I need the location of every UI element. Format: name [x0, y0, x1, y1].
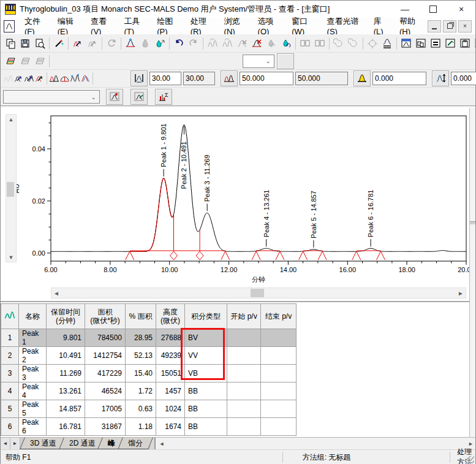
chart-vertical-scrollbar[interactable]: ▲ ▼ [6, 114, 17, 262]
window-report-icon[interactable] [458, 36, 472, 51]
menu-item-tools[interactable]: 工具(T) [118, 18, 151, 34]
table-cell[interactable]: 17005 [85, 400, 126, 418]
table-cell[interactable]: 1.72 [126, 382, 156, 400]
table-cell[interactable]: 46524 [85, 382, 126, 400]
table-cell[interactable]: Peak 6 [19, 418, 47, 436]
min-area-button[interactable] [353, 70, 371, 86]
table-cell[interactable] [227, 418, 261, 436]
table-row[interactable]: 1Peak 19.80178450028.9527688BV [1, 329, 297, 347]
window-copy-icon[interactable] [414, 36, 428, 51]
table-cell[interactable]: BB [185, 418, 227, 436]
table-cell[interactable] [261, 347, 297, 365]
stack-channels-icon[interactable] [3, 54, 18, 69]
copy-report-icon[interactable] [3, 36, 18, 51]
column-header[interactable]: 开始 p/v [227, 304, 261, 329]
mdi-close-icon[interactable]: × [458, 20, 472, 32]
menu-item-view[interactable]: 查看(V) [85, 18, 118, 34]
table-cell[interactable] [261, 418, 297, 436]
menu-item-window[interactable]: 窗口(W) [286, 18, 321, 34]
integrate-icon[interactable] [123, 36, 138, 51]
table-cell[interactable] [227, 382, 261, 400]
annotate-peaks-icon[interactable] [70, 36, 85, 51]
table-cell[interactable]: 1 [1, 329, 19, 347]
column-header[interactable]: 保留时间 (分钟) [47, 304, 85, 329]
table-row[interactable]: 2Peak 210.491141275452.1349239VV [1, 347, 297, 365]
peak-hump-tool-icon[interactable] [59, 72, 70, 85]
window-sign-icon[interactable] [443, 36, 458, 51]
manual-integration-wand-icon[interactable] [51, 36, 66, 51]
menu-item-plot[interactable]: 绘图(P) [151, 18, 184, 34]
min-height-input[interactable] [451, 72, 476, 85]
menu-item-edit[interactable]: 编辑(E) [52, 18, 85, 34]
scroll-up-icon[interactable]: ▲ [6, 115, 16, 124]
table-cell[interactable] [227, 400, 261, 418]
table-cell[interactable] [261, 400, 297, 418]
table-cell[interactable]: 11.269 [47, 365, 85, 382]
scroll-right-icon[interactable]: ► [456, 288, 466, 298]
undo-icon[interactable] [172, 36, 186, 51]
scroll-left-icon[interactable]: ◄ [157, 438, 166, 449]
threshold-input[interactable] [240, 72, 293, 85]
table-cell[interactable]: 52.13 [126, 347, 156, 365]
table-cell[interactable] [261, 365, 297, 382]
table-cell[interactable] [227, 365, 261, 382]
child-window-icon[interactable] [4, 20, 15, 32]
peak-red-arrow-icon[interactable] [34, 72, 45, 85]
table-cell[interactable]: 1457 [156, 382, 185, 400]
table-row[interactable]: 4Peak 413.261465241.721457BB [1, 382, 297, 400]
table-cell[interactable]: Peak 5 [19, 400, 47, 418]
column-header[interactable]: 名称 [19, 304, 47, 329]
threshold-button[interactable] [221, 70, 238, 86]
chromatogram-pane[interactable]: 6.008.0010.0012.0014.0016.0018.0020.00分钟… [1, 108, 470, 301]
peak-up-icon[interactable] [13, 72, 24, 85]
chart-horizontal-scrollbar[interactable]: ◄ ► [51, 287, 466, 299]
table-cell[interactable]: 784500 [85, 329, 126, 347]
column-header[interactable]: 积分类型 [185, 304, 227, 329]
scroll-down-icon[interactable]: ▼ [6, 253, 16, 262]
table-cell[interactable]: 9.801 [47, 329, 85, 347]
preview-report-icon[interactable] [32, 36, 47, 51]
purity-apply-icon[interactable] [153, 36, 167, 51]
table-cell[interactable]: 10.491 [47, 347, 85, 365]
table-cell[interactable]: 417229 [85, 365, 126, 382]
table-cell[interactable] [227, 329, 261, 347]
table-cell[interactable] [261, 382, 297, 400]
menu-item-library[interactable]: 库(L) [368, 18, 394, 34]
chromatogram-plot[interactable]: 6.008.0010.0012.0014.0016.0018.0020.00分钟… [1, 108, 470, 287]
table-row[interactable]: 3Peak 311.26941722915.4015051VB [1, 365, 297, 382]
window-chromatogram-icon[interactable] [399, 36, 414, 51]
edit-peak-labels-button[interactable] [130, 89, 148, 105]
table-cell[interactable]: VB [185, 365, 227, 382]
peaks-up-icon[interactable] [24, 72, 34, 85]
menu-item-file[interactable]: 文件(F) [19, 18, 52, 34]
min-height-button[interactable] [432, 70, 449, 86]
table-cell[interactable]: Peak 1 [19, 329, 47, 347]
table-cell[interactable]: 14.857 [47, 400, 85, 418]
close-icon[interactable]: × [447, 1, 475, 18]
table-cell[interactable]: 4 [1, 382, 19, 400]
menu-item-process[interactable]: 处理(R) [185, 18, 219, 34]
table-cell[interactable]: 1412754 [85, 347, 126, 365]
table-cell[interactable]: 27688 [156, 329, 185, 347]
redo-purity-icon[interactable] [279, 36, 293, 51]
table-cell[interactable]: BV [185, 329, 227, 347]
apply-to-table-icon[interactable] [380, 36, 395, 51]
minimize-icon[interactable]: — [391, 1, 419, 18]
peak-summary-button[interactable]: Σ [155, 89, 172, 105]
table-cell[interactable]: 1674 [156, 418, 185, 436]
maximize-icon[interactable] [419, 1, 447, 18]
table-cell[interactable]: 16.781 [47, 418, 85, 436]
title-bar[interactable]: Thyroglobulin_03 项目 Monarch SEC-MALS Dem… [1, 1, 475, 18]
peak-red-blue-tool-icon[interactable] [80, 72, 91, 85]
table-cell[interactable]: 3 [1, 365, 19, 382]
edit-peak-annotation-button[interactable] [106, 89, 123, 105]
menu-item-browse[interactable]: 浏览(N) [219, 18, 252, 34]
scrollbar-thumb[interactable] [7, 182, 14, 197]
table-cell[interactable]: 13.261 [47, 382, 85, 400]
menu-item-help[interactable]: 帮助(H) [394, 18, 428, 34]
table-cell[interactable] [227, 347, 261, 365]
table-cell[interactable]: 2 [1, 347, 19, 365]
peaks-overlay-tool-icon[interactable] [49, 72, 59, 85]
save-report-icon[interactable] [18, 36, 32, 51]
table-cell[interactable]: Peak 2 [19, 347, 47, 365]
